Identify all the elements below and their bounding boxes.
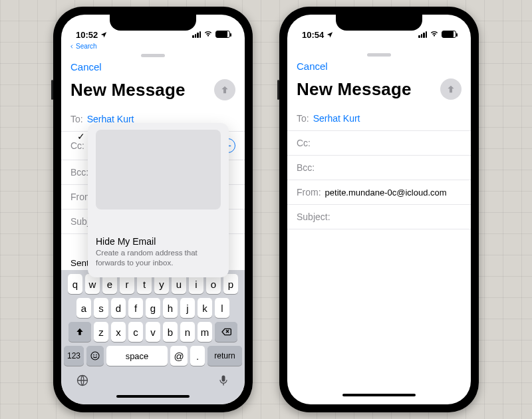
globe-icon[interactable] [76, 374, 89, 390]
key-p[interactable]: p [223, 274, 238, 294]
svg-rect-4 [222, 376, 225, 382]
signal-icon [418, 31, 427, 38]
hide-my-email-subtitle: Create a random address that forwards to… [96, 248, 221, 268]
subject-field[interactable]: Subject: [287, 205, 471, 229]
wifi-icon [203, 29, 213, 40]
hide-my-email-option[interactable]: Hide My Email Create a random address th… [96, 236, 221, 268]
keyboard[interactable]: qwertyuiop asdfghjkl zxcvbnm 123 [61, 270, 245, 404]
svg-point-0 [91, 352, 99, 360]
key-k[interactable]: k [198, 298, 212, 318]
from-value: petite.mundane-0c@icloud.com [325, 188, 447, 198]
bcc-field[interactable]: Bcc: [287, 156, 471, 180]
cancel-button[interactable]: Cancel [297, 61, 328, 72]
emoji-key[interactable] [86, 346, 104, 366]
key-m[interactable]: m [198, 322, 212, 342]
signal-icon [192, 31, 201, 38]
redacted-address-block[interactable] [96, 130, 221, 210]
dot-key[interactable]: . [190, 346, 205, 366]
selected-checkmark-icon: ✓ [77, 131, 85, 142]
key-v[interactable]: v [146, 322, 160, 342]
svg-point-1 [93, 354, 94, 356]
location-icon [100, 30, 107, 40]
cc-label: Cc: [297, 138, 311, 148]
send-button[interactable] [440, 78, 462, 100]
battery-icon [442, 31, 456, 38]
to-label: To: [297, 113, 309, 124]
key-x[interactable]: x [111, 322, 126, 342]
bcc-label: Bcc: [70, 167, 88, 178]
from-address-popup[interactable]: ✓ Hide My Email Create a random address … [88, 123, 229, 277]
key-h[interactable]: h [163, 298, 178, 318]
wifi-icon [430, 29, 439, 40]
key-s[interactable]: s [94, 298, 108, 318]
return-key[interactable]: return [207, 346, 242, 366]
to-field[interactable]: To: Serhat Kurt [287, 106, 471, 131]
compose-title: New Message [297, 79, 412, 100]
shift-key[interactable] [68, 322, 91, 342]
key-z[interactable]: z [94, 322, 108, 342]
bcc-label: Bcc: [297, 162, 315, 173]
cc-label: Cc: [70, 140, 84, 151]
numbers-key[interactable]: 123 [64, 346, 84, 366]
sheet-handle[interactable] [141, 54, 165, 57]
from-label: From: [297, 187, 321, 198]
to-label: To: [70, 114, 83, 124]
home-indicator[interactable] [342, 394, 416, 396]
phone-right: 10:54 Cancel [279, 7, 479, 412]
key-b[interactable]: b [163, 322, 178, 342]
home-indicator[interactable] [116, 395, 190, 398]
key-j[interactable]: j [180, 298, 195, 318]
sheet-handle[interactable] [367, 53, 391, 57]
battery-icon [215, 31, 230, 38]
phone-left: 10:52 Search Cance [53, 7, 253, 412]
key-f[interactable]: f [128, 298, 143, 318]
compose-title: New Message [70, 80, 186, 100]
key-l[interactable]: l [215, 298, 229, 318]
key-q[interactable]: q [68, 274, 82, 294]
at-key[interactable]: @ [170, 346, 188, 366]
location-icon [327, 30, 333, 40]
cc-field[interactable]: Cc: [287, 131, 471, 156]
mic-icon[interactable] [217, 374, 230, 390]
status-time: 10:52 [76, 30, 98, 40]
to-value[interactable]: Serhat Kurt [313, 113, 360, 124]
key-d[interactable]: d [111, 298, 126, 318]
notch [110, 15, 196, 31]
space-key[interactable]: space [106, 346, 168, 366]
message-body[interactable] [287, 229, 471, 404]
hide-my-email-title: Hide My Email [96, 236, 221, 247]
status-time: 10:54 [302, 30, 324, 40]
key-g[interactable]: g [146, 298, 160, 318]
back-to-search[interactable]: Search [61, 41, 245, 50]
backspace-key[interactable] [215, 322, 237, 342]
key-n[interactable]: n [180, 322, 195, 342]
from-field[interactable]: From: petite.mundane-0c@icloud.com [287, 180, 471, 205]
subject-label: Subject: [297, 211, 331, 222]
key-a[interactable]: a [76, 298, 91, 318]
notch [336, 15, 422, 31]
cancel-button[interactable]: Cancel [70, 61, 102, 72]
svg-point-2 [96, 354, 97, 356]
key-c[interactable]: c [128, 322, 143, 342]
send-button[interactable] [214, 79, 235, 100]
